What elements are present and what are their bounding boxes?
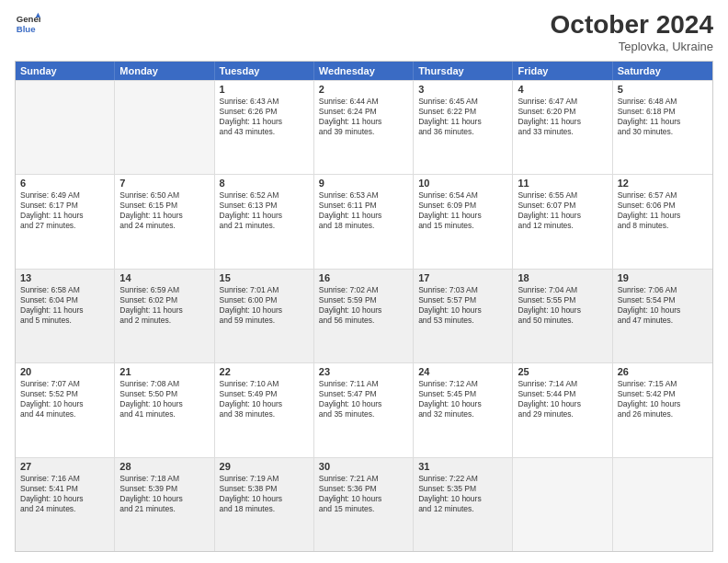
cell-line: Sunset: 5:57 PM [418,295,507,305]
calendar-row-3: 20Sunrise: 7:07 AMSunset: 5:52 PMDayligh… [16,362,712,456]
day-number: 18 [518,272,607,283]
cell-line: Sunrise: 7:21 AM [319,474,408,484]
calendar-cell: 11Sunrise: 6:55 AMSunset: 6:07 PMDayligh… [513,175,612,268]
calendar-cell [613,458,712,551]
cell-line: Daylight: 11 hours [518,211,607,221]
location: Teplovka, Ukraine [551,40,713,53]
day-number: 12 [618,178,708,189]
cell-line: Daylight: 10 hours [20,399,109,409]
cell-line: and 18 minutes. [220,504,309,514]
calendar-cell: 20Sunrise: 7:07 AMSunset: 5:52 PMDayligh… [16,363,115,456]
cell-line: and 33 minutes. [518,127,607,137]
header: General Blue October 2024 Teplovka, Ukra… [15,11,713,53]
cell-line: Sunset: 5:55 PM [518,295,607,305]
header-day-friday: Friday [513,62,612,80]
calendar-cell: 22Sunrise: 7:10 AMSunset: 5:49 PMDayligh… [215,363,314,456]
month-title: October 2024 [551,11,713,40]
cell-line: Sunrise: 6:48 AM [618,97,708,107]
cell-line: and 27 minutes. [20,221,109,231]
header-day-saturday: Saturday [613,62,712,80]
cell-line: Sunrise: 7:11 AM [319,379,408,389]
cell-line: Daylight: 10 hours [119,494,209,504]
cell-line: Sunset: 5:39 PM [119,484,209,494]
calendar-cell: 10Sunrise: 6:54 AMSunset: 6:09 PMDayligh… [414,175,513,268]
cell-line: and 21 minutes. [119,504,209,514]
cell-line: Daylight: 11 hours [119,305,209,316]
calendar-cell: 29Sunrise: 7:19 AMSunset: 5:38 PMDayligh… [215,458,314,551]
day-number: 22 [220,366,309,377]
cell-line: Daylight: 11 hours [319,117,408,127]
cell-line: and 29 minutes. [518,409,607,419]
calendar-cell: 19Sunrise: 7:06 AMSunset: 5:54 PMDayligh… [613,270,712,362]
calendar-cell [16,81,115,174]
cell-line: Sunrise: 7:18 AM [119,474,209,484]
cell-line: Sunset: 5:50 PM [119,389,209,399]
cell-line: Daylight: 11 hours [618,211,708,221]
cell-line: Sunrise: 7:06 AM [618,285,708,295]
cell-line: Daylight: 11 hours [418,211,507,221]
cell-line: Sunset: 6:09 PM [418,201,507,211]
cell-line: Sunrise: 6:52 AM [220,190,309,201]
cell-line: Sunrise: 7:16 AM [20,474,109,484]
header-day-thursday: Thursday [414,62,513,80]
cell-line: Daylight: 10 hours [618,399,708,409]
cell-line: Sunset: 5:45 PM [418,389,507,399]
cell-line: and 5 minutes. [20,316,109,326]
cell-line: Sunrise: 6:47 AM [518,97,607,107]
calendar-cell: 8Sunrise: 6:52 AMSunset: 6:13 PMDaylight… [215,175,314,268]
cell-line: and 8 minutes. [618,221,708,231]
calendar-cell: 31Sunrise: 7:22 AMSunset: 5:35 PMDayligh… [414,458,513,551]
cell-line: Sunset: 6:17 PM [20,201,109,211]
cell-line: Sunset: 5:52 PM [20,389,109,399]
calendar-cell: 25Sunrise: 7:14 AMSunset: 5:44 PMDayligh… [513,363,612,456]
day-number: 1 [220,84,309,95]
day-number: 6 [20,178,109,189]
day-number: 29 [220,461,309,472]
cell-line: and 50 minutes. [518,316,607,326]
cell-line: Daylight: 11 hours [418,117,507,127]
day-number: 28 [119,461,209,472]
cell-line: Daylight: 10 hours [319,494,408,504]
cell-line: and 15 minutes. [418,221,507,231]
cell-line: Sunset: 5:38 PM [220,484,309,494]
day-number: 14 [119,272,209,283]
cell-line: and 26 minutes. [618,409,708,419]
day-number: 30 [319,461,408,472]
cell-line: and 39 minutes. [319,127,408,137]
calendar-cell: 4Sunrise: 6:47 AMSunset: 6:20 PMDaylight… [513,81,612,174]
cell-line: and 56 minutes. [319,316,408,326]
calendar-cell: 16Sunrise: 7:02 AMSunset: 5:59 PMDayligh… [314,270,414,362]
day-number: 21 [119,366,209,377]
cell-line: and 12 minutes. [518,221,607,231]
calendar-cell: 28Sunrise: 7:18 AMSunset: 5:39 PMDayligh… [115,458,214,551]
cell-line: Sunrise: 7:10 AM [220,379,309,389]
calendar-cell: 27Sunrise: 7:16 AMSunset: 5:41 PMDayligh… [16,458,115,551]
calendar-cell: 2Sunrise: 6:44 AMSunset: 6:24 PMDaylight… [314,81,414,174]
calendar-cell: 24Sunrise: 7:12 AMSunset: 5:45 PMDayligh… [414,363,513,456]
cell-line: Sunset: 5:36 PM [319,484,408,494]
calendar-cell: 1Sunrise: 6:43 AMSunset: 6:26 PMDaylight… [215,81,314,174]
cell-line: and 53 minutes. [418,316,507,326]
cell-line: Sunrise: 6:55 AM [518,190,607,201]
day-number: 27 [20,461,109,472]
cell-line: Sunrise: 6:43 AM [220,97,309,107]
day-number: 26 [618,366,708,377]
calendar-cell: 26Sunrise: 7:15 AMSunset: 5:42 PMDayligh… [613,363,712,456]
svg-text:Blue: Blue [17,24,36,34]
cell-line: Daylight: 11 hours [20,305,109,316]
cell-line: Daylight: 10 hours [418,494,507,504]
cell-line: and 47 minutes. [618,316,708,326]
cell-line: Sunset: 6:02 PM [119,295,209,305]
calendar-cell: 3Sunrise: 6:45 AMSunset: 6:22 PMDaylight… [414,81,513,174]
cell-line: Sunrise: 7:03 AM [418,285,507,295]
cell-line: Daylight: 10 hours [20,494,109,504]
calendar-row-1: 6Sunrise: 6:49 AMSunset: 6:17 PMDaylight… [16,174,712,268]
cell-line: and 32 minutes. [418,409,507,419]
calendar-row-2: 13Sunrise: 6:58 AMSunset: 6:04 PMDayligh… [16,269,712,362]
day-number: 24 [418,366,507,377]
day-number: 23 [319,366,408,377]
calendar-cell: 12Sunrise: 6:57 AMSunset: 6:06 PMDayligh… [613,175,712,268]
day-number: 3 [418,84,507,95]
calendar-cell [115,81,214,174]
cell-line: Daylight: 10 hours [220,305,309,316]
